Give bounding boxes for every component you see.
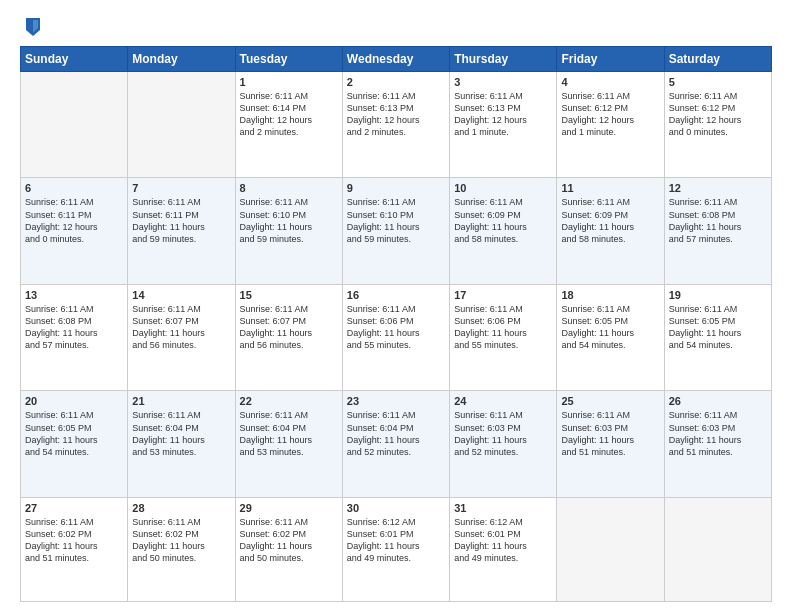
weekday-monday: Monday	[128, 47, 235, 72]
day-info: Sunrise: 6:11 AM Sunset: 6:08 PM Dayligh…	[669, 196, 767, 245]
calendar-cell: 9Sunrise: 6:11 AM Sunset: 6:10 PM Daylig…	[342, 178, 449, 284]
day-number: 6	[25, 182, 123, 194]
calendar-week-row: 6Sunrise: 6:11 AM Sunset: 6:11 PM Daylig…	[21, 178, 772, 284]
day-number: 21	[132, 395, 230, 407]
day-info: Sunrise: 6:11 AM Sunset: 6:03 PM Dayligh…	[454, 409, 552, 458]
calendar-cell: 17Sunrise: 6:11 AM Sunset: 6:06 PM Dayli…	[450, 284, 557, 390]
day-info: Sunrise: 6:12 AM Sunset: 6:01 PM Dayligh…	[347, 516, 445, 565]
day-number: 20	[25, 395, 123, 407]
day-number: 28	[132, 502, 230, 514]
day-info: Sunrise: 6:11 AM Sunset: 6:04 PM Dayligh…	[240, 409, 338, 458]
calendar-cell: 21Sunrise: 6:11 AM Sunset: 6:04 PM Dayli…	[128, 391, 235, 497]
calendar-week-row: 27Sunrise: 6:11 AM Sunset: 6:02 PM Dayli…	[21, 497, 772, 601]
day-number: 23	[347, 395, 445, 407]
day-info: Sunrise: 6:11 AM Sunset: 6:13 PM Dayligh…	[347, 90, 445, 139]
weekday-sunday: Sunday	[21, 47, 128, 72]
calendar-cell	[21, 72, 128, 178]
day-info: Sunrise: 6:11 AM Sunset: 6:07 PM Dayligh…	[132, 303, 230, 352]
day-info: Sunrise: 6:11 AM Sunset: 6:04 PM Dayligh…	[132, 409, 230, 458]
day-number: 18	[561, 289, 659, 301]
day-number: 2	[347, 76, 445, 88]
calendar-week-row: 13Sunrise: 6:11 AM Sunset: 6:08 PM Dayli…	[21, 284, 772, 390]
weekday-thursday: Thursday	[450, 47, 557, 72]
day-info: Sunrise: 6:11 AM Sunset: 6:09 PM Dayligh…	[561, 196, 659, 245]
calendar-cell: 19Sunrise: 6:11 AM Sunset: 6:05 PM Dayli…	[664, 284, 771, 390]
calendar-cell	[128, 72, 235, 178]
day-number: 26	[669, 395, 767, 407]
calendar-cell: 30Sunrise: 6:12 AM Sunset: 6:01 PM Dayli…	[342, 497, 449, 601]
page-header	[20, 16, 772, 38]
weekday-wednesday: Wednesday	[342, 47, 449, 72]
day-info: Sunrise: 6:11 AM Sunset: 6:05 PM Dayligh…	[669, 303, 767, 352]
calendar-cell: 15Sunrise: 6:11 AM Sunset: 6:07 PM Dayli…	[235, 284, 342, 390]
calendar-cell: 13Sunrise: 6:11 AM Sunset: 6:08 PM Dayli…	[21, 284, 128, 390]
logo	[20, 16, 42, 38]
day-number: 25	[561, 395, 659, 407]
calendar-cell	[557, 497, 664, 601]
day-number: 1	[240, 76, 338, 88]
day-info: Sunrise: 6:11 AM Sunset: 6:12 PM Dayligh…	[561, 90, 659, 139]
day-info: Sunrise: 6:11 AM Sunset: 6:05 PM Dayligh…	[561, 303, 659, 352]
calendar-cell: 14Sunrise: 6:11 AM Sunset: 6:07 PM Dayli…	[128, 284, 235, 390]
calendar-week-row: 20Sunrise: 6:11 AM Sunset: 6:05 PM Dayli…	[21, 391, 772, 497]
calendar-cell: 2Sunrise: 6:11 AM Sunset: 6:13 PM Daylig…	[342, 72, 449, 178]
day-number: 13	[25, 289, 123, 301]
calendar-cell: 27Sunrise: 6:11 AM Sunset: 6:02 PM Dayli…	[21, 497, 128, 601]
weekday-saturday: Saturday	[664, 47, 771, 72]
day-info: Sunrise: 6:11 AM Sunset: 6:12 PM Dayligh…	[669, 90, 767, 139]
calendar-cell: 10Sunrise: 6:11 AM Sunset: 6:09 PM Dayli…	[450, 178, 557, 284]
day-info: Sunrise: 6:11 AM Sunset: 6:09 PM Dayligh…	[454, 196, 552, 245]
calendar-cell: 16Sunrise: 6:11 AM Sunset: 6:06 PM Dayli…	[342, 284, 449, 390]
calendar-cell: 8Sunrise: 6:11 AM Sunset: 6:10 PM Daylig…	[235, 178, 342, 284]
calendar-cell: 4Sunrise: 6:11 AM Sunset: 6:12 PM Daylig…	[557, 72, 664, 178]
calendar-cell	[664, 497, 771, 601]
day-number: 4	[561, 76, 659, 88]
calendar-cell: 24Sunrise: 6:11 AM Sunset: 6:03 PM Dayli…	[450, 391, 557, 497]
day-number: 14	[132, 289, 230, 301]
day-number: 5	[669, 76, 767, 88]
calendar-cell: 11Sunrise: 6:11 AM Sunset: 6:09 PM Dayli…	[557, 178, 664, 284]
day-info: Sunrise: 6:11 AM Sunset: 6:05 PM Dayligh…	[25, 409, 123, 458]
calendar-cell: 6Sunrise: 6:11 AM Sunset: 6:11 PM Daylig…	[21, 178, 128, 284]
calendar-cell: 31Sunrise: 6:12 AM Sunset: 6:01 PM Dayli…	[450, 497, 557, 601]
calendar-cell: 28Sunrise: 6:11 AM Sunset: 6:02 PM Dayli…	[128, 497, 235, 601]
day-number: 15	[240, 289, 338, 301]
day-number: 11	[561, 182, 659, 194]
weekday-header-row: SundayMondayTuesdayWednesdayThursdayFrid…	[21, 47, 772, 72]
calendar-cell: 18Sunrise: 6:11 AM Sunset: 6:05 PM Dayli…	[557, 284, 664, 390]
calendar-cell: 26Sunrise: 6:11 AM Sunset: 6:03 PM Dayli…	[664, 391, 771, 497]
day-info: Sunrise: 6:11 AM Sunset: 6:03 PM Dayligh…	[669, 409, 767, 458]
day-number: 16	[347, 289, 445, 301]
day-info: Sunrise: 6:11 AM Sunset: 6:06 PM Dayligh…	[347, 303, 445, 352]
calendar-table: SundayMondayTuesdayWednesdayThursdayFrid…	[20, 46, 772, 602]
calendar-cell: 12Sunrise: 6:11 AM Sunset: 6:08 PM Dayli…	[664, 178, 771, 284]
day-info: Sunrise: 6:11 AM Sunset: 6:02 PM Dayligh…	[25, 516, 123, 565]
day-info: Sunrise: 6:11 AM Sunset: 6:10 PM Dayligh…	[240, 196, 338, 245]
calendar-cell: 3Sunrise: 6:11 AM Sunset: 6:13 PM Daylig…	[450, 72, 557, 178]
calendar-cell: 25Sunrise: 6:11 AM Sunset: 6:03 PM Dayli…	[557, 391, 664, 497]
calendar-cell: 5Sunrise: 6:11 AM Sunset: 6:12 PM Daylig…	[664, 72, 771, 178]
day-info: Sunrise: 6:12 AM Sunset: 6:01 PM Dayligh…	[454, 516, 552, 565]
day-number: 3	[454, 76, 552, 88]
day-number: 29	[240, 502, 338, 514]
day-number: 31	[454, 502, 552, 514]
day-info: Sunrise: 6:11 AM Sunset: 6:11 PM Dayligh…	[132, 196, 230, 245]
calendar-cell: 7Sunrise: 6:11 AM Sunset: 6:11 PM Daylig…	[128, 178, 235, 284]
calendar-cell: 1Sunrise: 6:11 AM Sunset: 6:14 PM Daylig…	[235, 72, 342, 178]
weekday-friday: Friday	[557, 47, 664, 72]
day-number: 24	[454, 395, 552, 407]
day-info: Sunrise: 6:11 AM Sunset: 6:11 PM Dayligh…	[25, 196, 123, 245]
day-info: Sunrise: 6:11 AM Sunset: 6:03 PM Dayligh…	[561, 409, 659, 458]
day-number: 10	[454, 182, 552, 194]
calendar-cell: 23Sunrise: 6:11 AM Sunset: 6:04 PM Dayli…	[342, 391, 449, 497]
day-info: Sunrise: 6:11 AM Sunset: 6:02 PM Dayligh…	[132, 516, 230, 565]
day-number: 22	[240, 395, 338, 407]
day-info: Sunrise: 6:11 AM Sunset: 6:06 PM Dayligh…	[454, 303, 552, 352]
day-info: Sunrise: 6:11 AM Sunset: 6:14 PM Dayligh…	[240, 90, 338, 139]
day-info: Sunrise: 6:11 AM Sunset: 6:02 PM Dayligh…	[240, 516, 338, 565]
day-info: Sunrise: 6:11 AM Sunset: 6:10 PM Dayligh…	[347, 196, 445, 245]
day-number: 30	[347, 502, 445, 514]
day-info: Sunrise: 6:11 AM Sunset: 6:07 PM Dayligh…	[240, 303, 338, 352]
logo-icon	[24, 16, 42, 38]
day-number: 8	[240, 182, 338, 194]
